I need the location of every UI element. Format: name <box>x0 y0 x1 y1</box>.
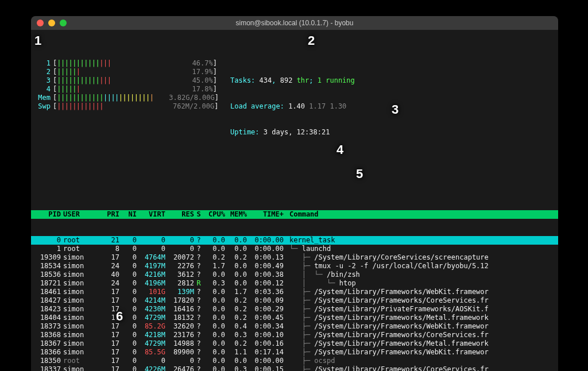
process-row[interactable]: 18536simon4004216M3612?0.00.00:00.38 │ └… <box>31 270 558 279</box>
process-row[interactable]: 18337simon1704226M26476?0.00.30:00.15 ├─… <box>31 365 558 371</box>
process-row[interactable]: 18350root17000?0.00.00:00.00 ├─ ocspd <box>31 357 558 365</box>
process-row[interactable]: 19309simon1704764M20072?0.20.20:00.13 ├─… <box>31 253 558 262</box>
process-row[interactable]: 18368simon1704218M23176?0.00.30:00.10 ├─… <box>31 331 558 339</box>
terminal-content: 1[|||||||||||||| 46.7%]2[|||||| 17.9%]3[… <box>31 30 558 371</box>
process-row[interactable]: 18373simon17085.2G32620?0.00.40:00.34 ├─… <box>31 322 558 331</box>
annotation-1: 1 <box>34 33 41 48</box>
process-row[interactable]: 18721simon2404196M2812R0.30.00:00.12 │ └… <box>31 279 558 288</box>
process-row[interactable]: 18423simon1704230M16416?0.00.20:00.29 ├─… <box>31 305 558 314</box>
annotation-6: 6 <box>116 309 123 324</box>
terminal-window: simon@sibook.local (10.0.1.7) - byobu 1[… <box>31 16 558 371</box>
process-row[interactable]: 0root21000?0.00.00:00.00kernel_task <box>31 236 558 245</box>
process-list[interactable]: 0root21000?0.00.00:00.00kernel_task1root… <box>31 236 558 371</box>
annotation-2: 2 <box>308 33 315 48</box>
window-title: simon@sibook.local (10.0.1.7) - byobu <box>31 19 558 27</box>
process-row[interactable]: 18366simon17085.5G89900?0.01.10:17.14 ├─… <box>31 348 558 357</box>
annotation-4: 4 <box>336 142 343 157</box>
titlebar[interactable]: simon@sibook.local (10.0.1.7) - byobu <box>31 16 558 30</box>
system-info: Tasks: 434, 892 thr; 1 running Load aver… <box>230 59 355 154</box>
process-row[interactable]: 18461simon170101G139M?0.01.70:03.36 ├─ /… <box>31 288 558 296</box>
process-row[interactable]: 18534simon2404197M2276?1.70.00:00.49 ├─ … <box>31 262 558 270</box>
process-row[interactable]: 1root8000?0.00.00:00.00└─ launchd <box>31 245 558 253</box>
cpu-mem-meters: 1[|||||||||||||| 46.7%]2[|||||| 17.9%]3[… <box>36 59 219 154</box>
process-row[interactable]: 18427simon1704214M17820?0.00.20:00.09 ├─… <box>31 296 558 305</box>
process-row[interactable]: 18367simon1704729M14988?0.00.20:00.16 ├─… <box>31 339 558 348</box>
process-header[interactable]: PIDUSERPRINIVIRTRESSCPU%MEM%TIME+Command <box>31 210 558 219</box>
process-row[interactable]: 18404simon1704729M18132?0.00.20:00.45 ├─… <box>31 314 558 322</box>
annotation-5: 5 <box>356 167 363 181</box>
annotation-3: 3 <box>392 102 399 117</box>
